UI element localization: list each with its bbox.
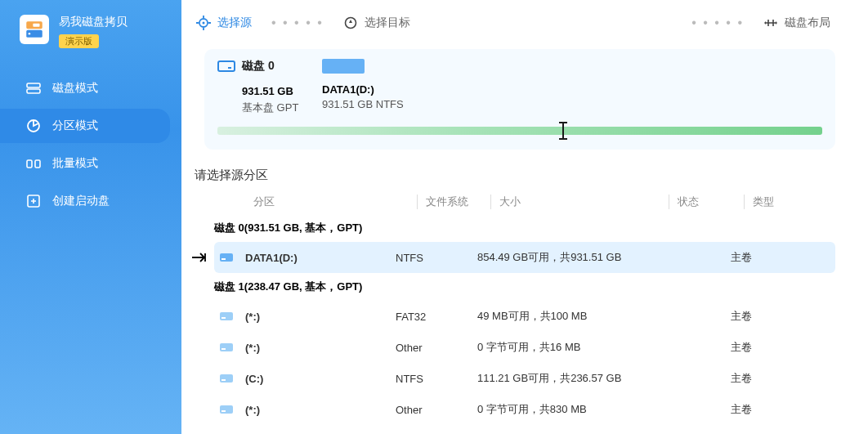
volume-icon [219, 252, 237, 263]
disk-group[interactable]: 磁盘 1(238.47 GB, 基本，GPT) [214, 273, 835, 301]
svg-rect-2 [33, 24, 39, 27]
col-type: 类型 [744, 195, 801, 209]
partition-name: (*:) [245, 342, 260, 354]
drive-icon [217, 60, 235, 72]
partition-type: 主卷 [731, 340, 788, 355]
table-row[interactable]: (*:) FAT32 49 MB可用，共100 MB 主卷 [214, 301, 835, 332]
create-boot-icon [26, 194, 41, 208]
col-status: 状态 [669, 195, 744, 209]
table-header: 分区 文件系统 大小 状态 类型 [214, 190, 835, 214]
nav-disk-mode[interactable]: 磁盘模式 [0, 71, 181, 105]
col-partition: 分区 [253, 195, 417, 209]
disk-bar-wrap: DATA1(D:) 931.51 GB NTFS [322, 59, 822, 110]
partition-table: 分区 文件系统 大小 状态 类型 磁盘 0(931.51 GB, 基本，GPT)… [214, 190, 835, 425]
disk-card: 磁盘 0 931.51 GB 基本盘 GPT DATA1(D:) 931.51 … [204, 49, 835, 150]
nav-label: 创建启动盘 [52, 194, 110, 208]
main: 选择源 • • • • • 选择目标 • • • • • 磁盘布局 磁盘 0 9… [181, 0, 868, 434]
svg-rect-7 [27, 160, 32, 168]
disk-bar [322, 59, 365, 74]
nav-create-boot[interactable]: 创建启动盘 [0, 184, 181, 218]
step-label: 磁盘布局 [785, 16, 830, 30]
partition-fs: NTFS [396, 252, 477, 264]
disk-type: 基本盘 GPT [217, 101, 307, 115]
partition-type: 主卷 [731, 309, 788, 324]
nav-label: 批量模式 [52, 156, 98, 171]
disk-partition-info: 931.51 GB NTFS [322, 98, 822, 110]
col-size: 大小 [490, 195, 669, 209]
step-dots: • • • • • [257, 16, 338, 30]
svg-rect-16 [221, 317, 226, 319]
target-icon [343, 16, 358, 30]
crosshair-icon [196, 16, 211, 30]
volume-icon [219, 311, 237, 322]
table-row[interactable]: DATA1(D:) NTFS 854.49 GB可用，共931.51 GB 主卷 [214, 242, 835, 273]
partition-mode-icon [26, 119, 41, 133]
table-row[interactable]: (C:) NTFS 111.21 GB可用，共236.57 GB 主卷 [214, 363, 835, 394]
svg-rect-21 [220, 405, 233, 414]
partition-type: 主卷 [731, 371, 788, 386]
nav-batch-mode[interactable]: 批量模式 [0, 146, 181, 181]
partition-name: (*:) [245, 404, 260, 416]
svg-rect-18 [221, 348, 226, 350]
svg-rect-22 [221, 410, 226, 412]
nav-label: 分区模式 [52, 119, 98, 133]
partition-fs: Other [396, 404, 477, 416]
disk-usage-bar[interactable] [217, 127, 822, 135]
disk-mode-icon [26, 81, 41, 96]
disk-name: 磁盘 0 [242, 59, 275, 74]
selected-arrow-icon [191, 252, 209, 263]
partition-fs: NTFS [396, 373, 477, 385]
partition-fs: Other [396, 342, 477, 354]
partition-size: 0 字节可用，共16 MB [477, 340, 655, 355]
disk-meta: 磁盘 0 931.51 GB 基本盘 GPT [217, 59, 307, 115]
svg-rect-4 [27, 83, 40, 87]
partition-type: 主卷 [731, 250, 788, 265]
partition-size: 49 MB可用，共100 MB [477, 309, 655, 324]
nav-label: 磁盘模式 [52, 81, 98, 96]
partition-size: 111.21 GB可用，共236.57 GB [477, 371, 655, 386]
nav-partition-mode[interactable]: 分区模式 [0, 109, 170, 143]
step-disk-layout[interactable]: 磁盘布局 [758, 16, 835, 30]
svg-rect-5 [27, 89, 40, 93]
app-title-wrap: 易我磁盘拷贝 演示版 [59, 15, 128, 48]
partition-name: DATA1(D:) [245, 252, 298, 264]
partition-name: (*:) [245, 311, 260, 323]
app-header: 易我磁盘拷贝 演示版 [0, 15, 181, 69]
col-filesystem: 文件系统 [417, 195, 490, 209]
svg-rect-8 [35, 160, 40, 168]
svg-rect-15 [220, 312, 233, 320]
disk-group[interactable]: 磁盘 0(931.51 GB, 基本，GPT) [214, 214, 835, 242]
step-select-source[interactable]: 选择源 [191, 16, 257, 30]
step-label: 选择目标 [365, 16, 410, 30]
table-row[interactable]: (*:) Other 0 字节可用，共830 MB 主卷 [214, 394, 835, 425]
svg-point-3 [29, 33, 31, 35]
partition-size: 0 字节可用，共830 MB [477, 402, 655, 417]
volume-icon [219, 404, 237, 415]
resize-handle-icon[interactable] [562, 122, 564, 140]
svg-rect-14 [221, 258, 226, 260]
svg-rect-19 [220, 374, 233, 383]
svg-rect-17 [220, 343, 233, 351]
sidebar: 易我磁盘拷贝 演示版 磁盘模式 分区模式 批量模式 创建启动盘 [0, 0, 181, 434]
svg-point-11 [203, 22, 205, 25]
step-bar: 选择源 • • • • • 选择目标 • • • • • 磁盘布局 [191, 8, 835, 38]
step-dots: • • • • • [677, 16, 758, 30]
step-select-target[interactable]: 选择目标 [338, 16, 415, 30]
step-label: 选择源 [217, 16, 252, 30]
partition-name: (C:) [245, 373, 263, 385]
demo-badge: 演示版 [59, 34, 99, 48]
svg-rect-13 [220, 253, 233, 262]
volume-icon [219, 373, 237, 384]
section-title: 请选择源分区 [195, 168, 835, 183]
partition-size: 854.49 GB可用，共931.51 GB [477, 250, 655, 265]
table-row[interactable]: (*:) Other 0 字节可用，共16 MB 主卷 [214, 332, 835, 363]
disk-partition-name: DATA1(D:) [322, 83, 822, 96]
disk-size: 931.51 GB [217, 85, 307, 97]
layout-icon [763, 16, 778, 30]
app-title: 易我磁盘拷贝 [59, 15, 128, 29]
batch-mode-icon [26, 156, 41, 171]
volume-icon [219, 342, 237, 353]
partition-type: 主卷 [731, 402, 788, 417]
svg-rect-20 [221, 379, 226, 381]
partition-fs: FAT32 [396, 311, 477, 323]
